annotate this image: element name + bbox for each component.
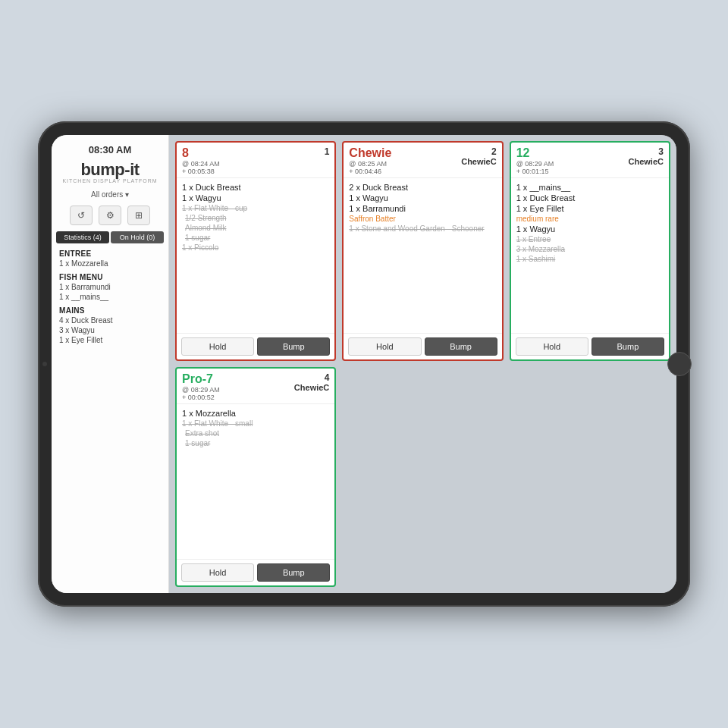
bump-button[interactable]: Bump [425, 337, 497, 356]
card-item-4: 1 x Stone and Wood Garden - Schooner [349, 224, 496, 234]
card-item-3: Saffron Batter [349, 214, 496, 224]
bump-button[interactable]: Bump [257, 337, 330, 356]
on-hold-button[interactable]: On Hold (0) [111, 231, 164, 243]
order-number: Chewie [349, 146, 391, 160]
card-item-0: 1 x Duck Breast [182, 182, 329, 193]
card-footer: HoldBump [511, 333, 669, 359]
card-header-left: 8@ 08:24 AM+ 00:05:38 [182, 146, 220, 175]
card-body: 1 x __mains__1 x Duck Breast1 x Eye Fill… [511, 178, 669, 333]
orders-grid: 8@ 08:24 AM+ 00:05:3811 x Duck Breast1 x… [169, 135, 676, 593]
card-item-0: 1 x __mains__ [516, 182, 664, 193]
card-item-1: 1 x Wagyu [182, 193, 329, 203]
card-item-3: 1/2 Strength [182, 213, 329, 223]
card-item-2: 1 x Eye Fillet [516, 203, 664, 214]
card-body: 2 x Duck Breast1 x Wagyu1 x BarramundiSa… [344, 178, 501, 333]
card-body: 1 x Mozzarella1 x Flat White - smallExtr… [177, 404, 334, 559]
order-customer-name: ChewieC [629, 157, 664, 166]
card-header-right: 2ChewieC [461, 146, 496, 166]
card-item-6: 1 x Piccolo [182, 243, 329, 253]
hold-button[interactable]: Hold [181, 337, 254, 356]
order-elapsed: + 00:01:15 [516, 168, 554, 175]
fish-item-2: 1 x __mains__ [59, 292, 161, 302]
order-card-order-8: 8@ 08:24 AM+ 00:05:3811 x Duck Breast1 x… [175, 141, 336, 361]
card-header: Chewie@ 08:25 AM+ 00:04:462ChewieC [344, 143, 501, 178]
hold-button[interactable]: Hold [181, 563, 254, 582]
card-header: 8@ 08:24 AM+ 00:05:381 [177, 143, 334, 178]
time-display: 08:30 AM [52, 141, 168, 157]
tablet-camera [42, 362, 47, 366]
sidebar: 08:30 AM bump-it KITCHEN DISPLAY PLATFOR… [52, 135, 169, 593]
mains-section: MAINS 4 x Duck Breast 3 x Wagyu 1 x Eye … [52, 303, 168, 347]
order-customer-name: ChewieC [294, 383, 329, 392]
card-item-6: 3 x Mozzarella [516, 244, 664, 254]
seat-number: 3 [658, 146, 664, 157]
action-icons: ↺ ⚙ ⊞ [52, 202, 168, 228]
order-time: @ 08:29 AM [182, 386, 220, 394]
order-number: 12 [516, 146, 554, 160]
order-card-order-pro7: Pro-7@ 08:29 AM+ 00:00:524ChewieC1 x Moz… [175, 367, 336, 587]
card-header: Pro-7@ 08:29 AM+ 00:00:524ChewieC [177, 369, 334, 404]
card-footer: HoldBump [344, 333, 501, 359]
order-time: @ 08:25 AM [349, 160, 391, 168]
card-item-4: 1 x Wagyu [516, 224, 664, 234]
card-item-5: 1 sugar [182, 233, 329, 243]
fish-menu-section: FISH MENU 1 x Barramundi 1 x __mains__ [52, 270, 168, 303]
entree-title: ENTREE [59, 249, 161, 258]
card-header-left: 12@ 08:29 AM+ 00:01:15 [516, 146, 554, 175]
card-item-1: 1 x Flat White - small [182, 419, 329, 428]
home-button[interactable] [667, 352, 692, 376]
card-item-1: 1 x Wagyu [349, 193, 496, 203]
card-header-left: Pro-7@ 08:29 AM+ 00:00:52 [182, 372, 220, 401]
hold-button[interactable]: Hold [348, 337, 421, 356]
card-footer: HoldBump [177, 559, 334, 585]
card-item-0: 1 x Mozzarella [182, 408, 329, 419]
card-item-4: Almond Milk [182, 223, 329, 233]
card-header: 12@ 08:29 AM+ 00:01:153ChewieC [511, 143, 669, 178]
logo-sub: KITCHEN DISPLAY PLATFORM [58, 178, 162, 184]
history-icon[interactable]: ↺ [70, 206, 93, 225]
card-item-2: 1 x Barramundi [349, 203, 496, 214]
mains-title: MAINS [59, 306, 161, 315]
logo-text: bump-it [58, 160, 162, 180]
card-item-1: 1 x Duck Breast [516, 193, 664, 203]
mains-item-3: 1 x Eye Fillet [59, 335, 161, 345]
bump-button[interactable]: Bump [592, 337, 664, 356]
card-item-3: medium rare [516, 214, 664, 224]
settings-icon[interactable]: ⚙ [99, 206, 121, 225]
card-item-0: 2 x Duck Breast [349, 182, 496, 193]
order-elapsed: + 00:04:46 [349, 168, 391, 175]
order-time: @ 08:29 AM [516, 160, 554, 168]
tablet: 08:30 AM bump-it KITCHEN DISPLAY PLATFOR… [38, 121, 690, 607]
card-body: 1 x Duck Breast1 x Wagyu1 x Flat White -… [177, 178, 334, 333]
entree-item-1: 1 x Mozzarella [59, 259, 161, 268]
card-header-left: Chewie@ 08:25 AM+ 00:04:46 [349, 146, 391, 175]
bump-button[interactable]: Bump [257, 563, 330, 582]
order-card-order-12: 12@ 08:29 AM+ 00:01:153ChewieC1 x __main… [510, 141, 670, 361]
statistics-button[interactable]: Statistics (4) [56, 231, 109, 243]
mains-item-1: 4 x Duck Breast [59, 315, 161, 325]
screen-inner: 08:30 AM bump-it KITCHEN DISPLAY PLATFOR… [52, 135, 676, 593]
card-footer: HoldBump [177, 333, 334, 359]
order-card-order-chewie: Chewie@ 08:25 AM+ 00:04:462ChewieC2 x Du… [342, 141, 503, 361]
logo-area: bump-it KITCHEN DISPLAY PLATFORM [52, 157, 168, 187]
order-elapsed: + 00:05:38 [182, 168, 220, 175]
tablet-screen: 08:30 AM bump-it KITCHEN DISPLAY PLATFOR… [52, 135, 676, 593]
card-header-right: 3ChewieC [629, 146, 664, 166]
entree-section: ENTREE 1 x Mozzarella [52, 246, 168, 270]
combine-icon[interactable]: ⊞ [127, 206, 150, 225]
hold-button[interactable]: Hold [516, 337, 588, 356]
order-elapsed: + 00:00:52 [182, 394, 220, 401]
order-time: @ 08:24 AM [182, 160, 220, 168]
fish-item-1: 1 x Barramundi [59, 282, 161, 292]
seat-number: 1 [325, 146, 330, 157]
card-item-3: 1 sugar [182, 438, 329, 448]
order-number: Pro-7 [182, 372, 220, 386]
card-item-2: Extra shot [182, 428, 329, 438]
seat-number: 2 [491, 146, 497, 157]
order-number: 8 [182, 146, 220, 160]
fish-menu-title: FISH MENU [59, 273, 161, 281]
card-header-right: 4ChewieC [294, 372, 329, 392]
card-item-2: 1 x Flat White - cup [182, 203, 329, 213]
order-customer-name: ChewieC [461, 157, 496, 166]
filter-dropdown[interactable]: All orders ▾ [52, 187, 168, 202]
